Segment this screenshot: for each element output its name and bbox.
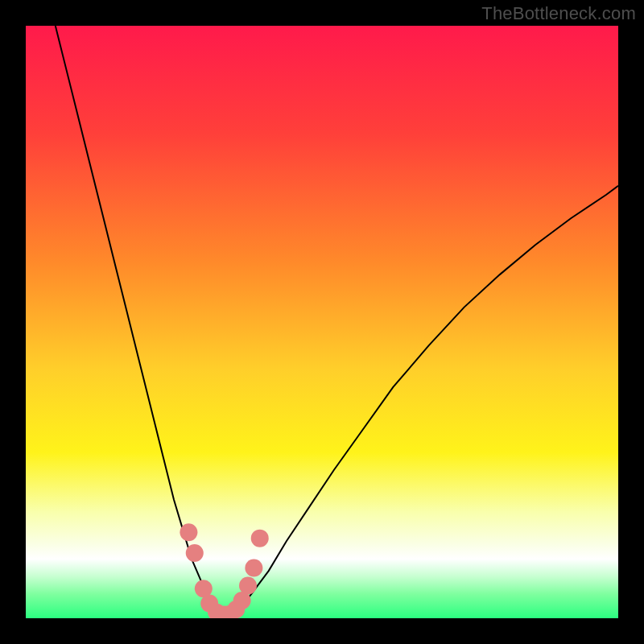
watermark-text: TheBottleneck.com [481, 3, 636, 24]
plot-area [26, 26, 618, 618]
chart-frame: TheBottleneck.com [0, 0, 644, 644]
gradient-background [26, 26, 618, 618]
marker-point [245, 559, 262, 576]
bottleneck-chart [26, 26, 618, 618]
marker-point [186, 544, 204, 562]
marker-point [180, 523, 197, 541]
marker-point [239, 577, 257, 595]
marker-point [251, 530, 269, 547]
